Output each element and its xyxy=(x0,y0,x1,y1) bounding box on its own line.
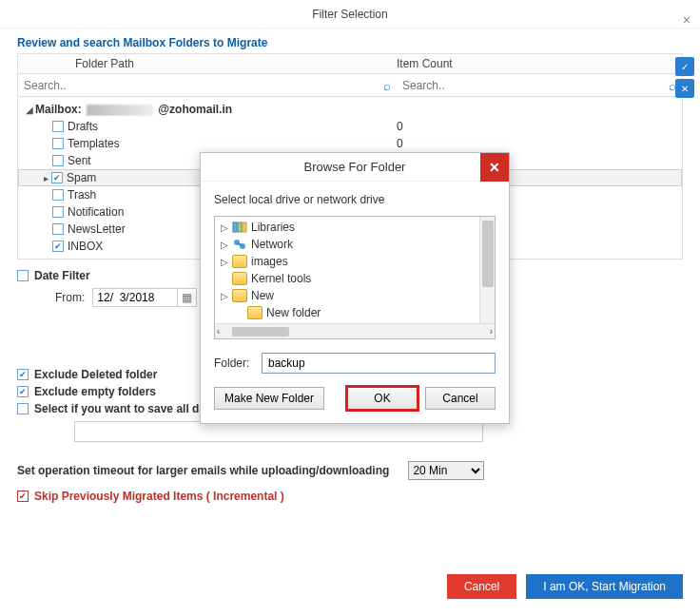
select-all-button[interactable]: ✓ xyxy=(675,57,694,76)
folder-icon xyxy=(232,255,247,268)
exclude-empty-checkbox[interactable] xyxy=(17,386,29,397)
caret-right-icon[interactable]: ▷ xyxy=(219,291,230,301)
caret-right-icon[interactable]: ▷ xyxy=(219,240,230,250)
folder-label: Folder: xyxy=(214,356,262,370)
section-heading: Review and search Mailbox Folders to Mig… xyxy=(17,36,700,49)
tree-item[interactable]: Libraries xyxy=(251,221,295,234)
deselect-all-button[interactable]: ✕ xyxy=(675,79,694,98)
network-icon xyxy=(232,238,247,251)
start-migration-button[interactable]: I am OK, Start Migration xyxy=(526,574,683,599)
dialog-message: Select local drive or network drive xyxy=(214,193,496,206)
tree-item[interactable]: Network xyxy=(251,238,293,251)
window-close-icon[interactable]: × xyxy=(683,6,690,34)
vertical-scrollbar[interactable] xyxy=(479,217,495,323)
folder-icon xyxy=(232,272,247,285)
folder-checkbox[interactable] xyxy=(52,155,64,166)
timeout-select[interactable]: 20 Min xyxy=(408,461,484,480)
column-folder-path[interactable]: Folder Path xyxy=(18,57,397,70)
search-icon[interactable]: ⌕ xyxy=(383,79,391,93)
folder-checkbox[interactable] xyxy=(52,241,64,252)
folder-checkbox[interactable] xyxy=(51,172,63,183)
cancel-button[interactable]: Cancel xyxy=(447,574,516,599)
skip-previous-label: Skip Previously Migrated Items ( Increme… xyxy=(34,490,284,503)
drive-tree[interactable]: ▷Libraries ▷Network ▷images Kernel tools… xyxy=(214,216,496,339)
from-label: From: xyxy=(55,291,85,304)
window-title: Filter Selection xyxy=(312,8,387,21)
exclude-deleted-label: Exclude Deleted folder xyxy=(34,368,157,381)
save-all-checkbox[interactable] xyxy=(17,403,29,414)
horizontal-scrollbar[interactable]: ‹› xyxy=(215,323,495,338)
mailbox-root[interactable]: Mailbox: @zohomail.in xyxy=(35,103,397,116)
date-filter-checkbox[interactable] xyxy=(17,270,29,281)
dialog-close-button[interactable]: ✕ xyxy=(480,153,509,182)
folder-name-input[interactable] xyxy=(262,353,496,374)
save-all-label: Select if you want to save all data xyxy=(34,402,216,415)
save-path-input[interactable] xyxy=(74,421,483,442)
calendar-icon[interactable]: ▦ xyxy=(178,288,197,307)
search-folder-input[interactable] xyxy=(18,76,397,95)
item-count: 0 xyxy=(397,137,682,150)
svg-rect-0 xyxy=(233,222,237,232)
folder-checkbox[interactable] xyxy=(52,121,64,132)
svg-line-5 xyxy=(238,243,242,245)
folder-name[interactable]: Templates xyxy=(68,137,397,150)
make-new-folder-button[interactable]: Make New Folder xyxy=(214,387,324,410)
exclude-deleted-checkbox[interactable] xyxy=(17,369,29,380)
folder-checkbox[interactable] xyxy=(52,189,64,201)
caret-right-icon[interactable]: ▷ xyxy=(219,257,230,267)
redacted-user xyxy=(87,105,153,116)
cancel-button[interactable]: Cancel xyxy=(425,387,496,410)
skip-previous-checkbox[interactable] xyxy=(17,491,29,502)
dialog-title: Browse For Folder xyxy=(304,160,406,174)
tree-item[interactable]: images xyxy=(251,255,288,268)
folder-icon xyxy=(247,306,262,319)
folder-checkbox[interactable] xyxy=(52,138,64,149)
item-count: 0 xyxy=(397,120,682,133)
exclude-empty-label: Exclude empty folders xyxy=(34,385,156,398)
caret-down-icon[interactable]: ◢ xyxy=(24,105,35,115)
libraries-icon xyxy=(232,221,247,234)
folder-checkbox[interactable] xyxy=(52,206,64,218)
svg-rect-2 xyxy=(243,222,246,232)
ok-button[interactable]: OK xyxy=(347,387,418,410)
folder-name[interactable]: Drafts xyxy=(68,120,397,133)
tree-item[interactable]: New folder xyxy=(266,306,321,319)
tree-item[interactable]: Kernel tools xyxy=(251,272,311,285)
caret-right-icon[interactable]: ▷ xyxy=(219,222,230,233)
caret-right-icon[interactable]: ▸ xyxy=(40,173,51,183)
search-count-input[interactable] xyxy=(397,76,682,95)
tree-item[interactable]: New xyxy=(251,289,274,302)
folder-icon xyxy=(232,289,247,302)
svg-rect-1 xyxy=(238,222,242,232)
column-item-count[interactable]: Item Count xyxy=(397,57,682,70)
browse-folder-dialog: Browse For Folder ✕ Select local drive o… xyxy=(200,152,510,424)
folder-checkbox[interactable] xyxy=(52,223,64,235)
timeout-label: Set operation timeout for larger emails … xyxy=(17,464,389,477)
from-date-input[interactable] xyxy=(92,288,178,307)
date-filter-label: Date Filter xyxy=(34,269,90,282)
